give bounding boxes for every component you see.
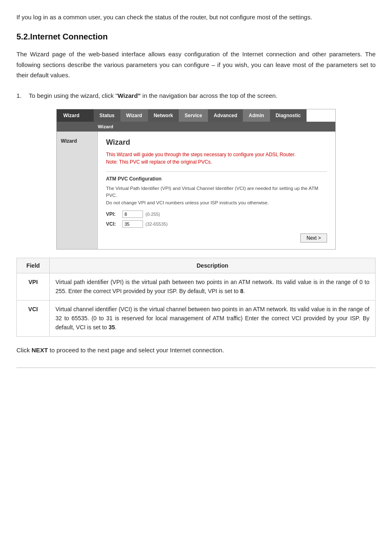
vci-row: VCI: (32-65535) <box>106 220 327 228</box>
table-col-description: Description <box>50 258 376 273</box>
vci-field-desc: Virtual channel identifier (VCI) is the … <box>50 300 376 336</box>
atm-config-title: ATM PVC Configuration <box>106 176 327 182</box>
table-col-field: Field <box>17 258 50 273</box>
main-content: Wizard This Wizard will guide you throug… <box>98 132 335 249</box>
vpi-field-desc: Virtual path identifier (VPI) is the vir… <box>50 273 376 300</box>
next-btn-row: Next > <box>106 234 327 243</box>
nav-advanced[interactable]: Advanced <box>208 109 243 122</box>
vpi-row: VPI: (0-255) <box>106 210 327 218</box>
step-number: 1. <box>16 90 29 101</box>
sidebar-left: Wizard <box>57 132 98 249</box>
vci-field-name: VCI <box>17 300 50 336</box>
router-nav-items: Status Wizard Network Service Advanced A… <box>94 109 335 122</box>
vci-label: VCI: <box>106 221 122 227</box>
nav-diagnostic[interactable]: Diagnostic <box>270 109 307 122</box>
content-title: Wizard <box>106 138 327 147</box>
step-text: To begin using the wizard, click "Wizard… <box>29 90 277 101</box>
section-heading: 5.2.Internet Connection <box>16 32 376 42</box>
atm-description: The Virtual Path Identifier (VPI) and Vi… <box>106 185 327 206</box>
field-description-table: Field Description VPI Virtual path ident… <box>16 258 376 337</box>
click-next-after: to proceed to the next page and select y… <box>48 347 224 354</box>
vpi-label: VPI: <box>106 211 122 217</box>
click-next-bold: NEXT <box>32 347 48 354</box>
note-text: This PVC will replace of the original PV… <box>119 159 212 165</box>
nav-admin[interactable]: Admin <box>243 109 270 122</box>
intro-paragraph: If you log in as a common user, you can … <box>16 12 376 22</box>
bottom-divider <box>16 368 376 368</box>
router-nav-bar: Wizard Status Wizard Network Service Adv… <box>57 109 335 122</box>
vci-input[interactable] <box>122 220 143 228</box>
table-row-vpi: VPI Virtual path identifier (VPI) is the… <box>17 273 376 300</box>
router-nav-label: Wizard <box>57 109 94 122</box>
router-ui-screenshot: Wizard Status Wizard Network Service Adv… <box>56 109 336 250</box>
sub-nav: Wizard <box>57 122 335 132</box>
vpi-hint: (0-255) <box>145 212 160 217</box>
step-1: 1. To begin using the wizard, click "Wiz… <box>16 90 376 101</box>
click-next-before: Click <box>16 347 32 354</box>
sidebar-item-wizard[interactable]: Wizard <box>57 136 97 146</box>
vci-hint: (32-65535) <box>145 222 168 227</box>
body-paragraph: The Wizard page of the web-based interfa… <box>16 49 376 81</box>
nav-status[interactable]: Status <box>94 109 120 122</box>
click-next-paragraph: Click NEXT to proceed to the next page a… <box>16 345 376 356</box>
nav-network[interactable]: Network <box>148 109 179 122</box>
sub-nav-wizard[interactable]: Wizard <box>98 124 113 129</box>
nav-wizard[interactable]: Wizard <box>120 109 148 122</box>
nav-service[interactable]: Service <box>179 109 208 122</box>
vpi-input[interactable] <box>122 210 143 218</box>
vpi-field-name: VPI <box>17 273 50 300</box>
divider-1 <box>106 171 327 172</box>
table-row-vci: VCI Virtual channel identifier (VCI) is … <box>17 300 376 336</box>
content-description: This Wizard will guide you through the s… <box>106 151 327 166</box>
sidebar-content-area: Wizard Wizard This Wizard will guide you… <box>57 132 335 249</box>
next-button[interactable]: Next > <box>300 234 327 243</box>
note-label: Note: <box>106 159 118 165</box>
